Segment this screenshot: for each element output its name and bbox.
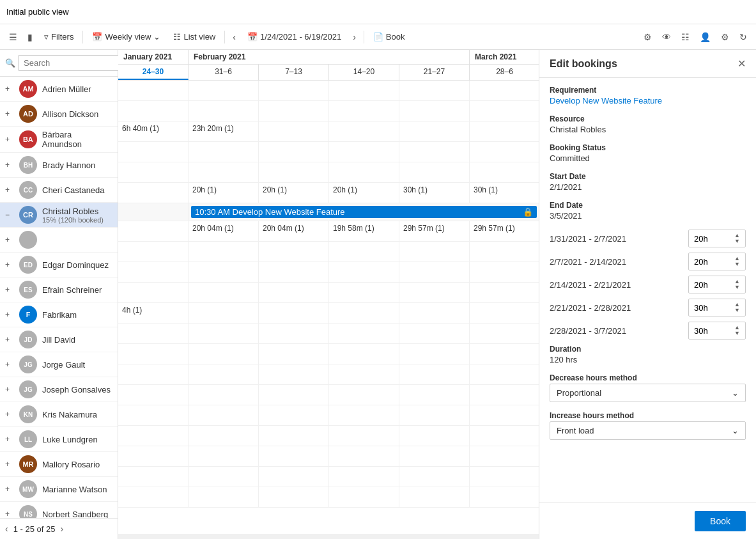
requirement-value[interactable]: Develop New Website Feature bbox=[550, 96, 746, 105]
avatar: BH bbox=[19, 156, 37, 174]
list-item[interactable]: +JGJorge Gault bbox=[0, 352, 118, 377]
next-button[interactable]: › bbox=[349, 29, 360, 45]
week-cell[interactable]: 7–13 bbox=[259, 65, 329, 80]
avatar: LL bbox=[19, 430, 37, 448]
increase-value: Front load bbox=[557, 426, 594, 435]
calendar-row bbox=[118, 101, 539, 121]
person-icon[interactable]: 👤 bbox=[696, 29, 714, 45]
week-cell[interactable]: 24–30 bbox=[118, 65, 189, 80]
decrease-dropdown[interactable]: Proportional ⌄ bbox=[550, 384, 746, 402]
prev-button[interactable]: ‹ bbox=[229, 29, 240, 45]
week-cell[interactable]: 31–6 bbox=[189, 65, 259, 80]
list-item[interactable]: +JGJoseph Gonsalves bbox=[0, 377, 118, 402]
resource-name: Bárbara Amundson bbox=[42, 130, 112, 149]
hour-input[interactable]: 20h▲▼ bbox=[688, 253, 746, 270]
list-item[interactable]: +CCCheri Castaneda bbox=[0, 178, 118, 203]
month-cell: March 2021 bbox=[470, 50, 539, 64]
avatar: AM bbox=[19, 80, 37, 98]
cal-cell bbox=[189, 142, 259, 162]
cal-cell: 30h (1) bbox=[399, 183, 470, 203]
filters-button[interactable]: ▿ Filters bbox=[39, 29, 79, 44]
end-date-field: End Date 3/5/2021 bbox=[550, 201, 746, 221]
cal-cell bbox=[259, 487, 329, 507]
list-item[interactable]: +MWMarianne Watson bbox=[0, 477, 118, 502]
cal-cell bbox=[470, 262, 539, 282]
hour-down-button[interactable]: ▼ bbox=[734, 238, 740, 244]
prev-page-button[interactable]: ‹ bbox=[5, 524, 8, 534]
list-item[interactable]: + bbox=[0, 228, 118, 253]
cal-cell bbox=[399, 405, 470, 425]
calendar-row: 4h (1) bbox=[118, 303, 539, 324]
start-date-label: Start Date bbox=[550, 172, 746, 181]
expand-icon: + bbox=[5, 260, 14, 269]
hour-down-button[interactable]: ▼ bbox=[734, 308, 740, 313]
calendar-scrollbar[interactable] bbox=[118, 534, 539, 539]
week-cell[interactable]: 21–27 bbox=[399, 65, 470, 80]
list-item[interactable]: +AMAdrien Müller bbox=[0, 77, 118, 102]
list-item[interactable]: +LLLuke Lundgren bbox=[0, 427, 118, 452]
avatar bbox=[19, 231, 37, 249]
cal-cell bbox=[470, 344, 539, 364]
book-toolbar-button[interactable]: 📄 Book bbox=[368, 29, 410, 44]
date-range-button[interactable]: 📅 1/24/2021 - 6/19/2021 bbox=[242, 29, 346, 44]
list-item[interactable]: +EDEdgar Dominquez bbox=[0, 253, 118, 277]
week-cell[interactable]: 28–6 bbox=[470, 65, 539, 80]
weekly-view-button[interactable]: 📅 Weekly view ⌄ bbox=[87, 29, 166, 44]
hour-input[interactable]: 20h▲▼ bbox=[688, 276, 746, 293]
cal-cell bbox=[259, 324, 329, 343]
hour-input[interactable]: 30h▲▼ bbox=[688, 299, 746, 316]
increase-dropdown[interactable]: Front load ⌄ bbox=[550, 421, 746, 440]
pagination: ‹ 1 - 25 of 25 › bbox=[0, 518, 118, 539]
list-item[interactable]: +KNKris Nakamura bbox=[0, 402, 118, 427]
cal-cell: 20h (1) bbox=[259, 183, 329, 203]
list-item[interactable]: +NSNorbert Sandberg bbox=[0, 502, 118, 518]
hour-spinners: ▲▼ bbox=[734, 302, 740, 313]
cal-cell bbox=[470, 242, 539, 262]
expand-icon: − bbox=[5, 210, 14, 219]
cal-cell bbox=[189, 262, 259, 282]
expand-icon[interactable]: ☰ bbox=[5, 29, 21, 45]
gear-icon[interactable]: ⚙ bbox=[717, 29, 733, 45]
list-item[interactable]: −CRChristal Robles15% (120h booked) bbox=[0, 203, 118, 228]
resource-name: Efrain Schreiner bbox=[42, 285, 102, 295]
cal-cell bbox=[470, 303, 539, 323]
booking-bar-cell[interactable]: 10:30 AM Develop New Website Feature🔒 bbox=[189, 203, 539, 221]
resource-name: Norbert Sandberg bbox=[42, 510, 108, 519]
list-item[interactable]: +BHBrady Hannon bbox=[0, 153, 118, 178]
hour-down-button[interactable]: ▼ bbox=[734, 262, 740, 267]
list-item[interactable]: +FFabrikam bbox=[0, 302, 118, 327]
hour-down-button[interactable]: ▼ bbox=[734, 331, 740, 336]
list-item[interactable]: +JDJill David bbox=[0, 327, 118, 352]
settings-icon[interactable]: ⚙ bbox=[640, 29, 656, 45]
columns-icon[interactable]: ☷ bbox=[677, 29, 693, 45]
hour-input[interactable]: 30h▲▼ bbox=[688, 322, 746, 340]
booking-bar-label: 10:30 AM Develop New Website Feature bbox=[195, 207, 345, 217]
next-page-button[interactable]: › bbox=[60, 524, 63, 534]
list-item[interactable]: +BABárbara Amundson bbox=[0, 127, 118, 153]
cal-cell bbox=[399, 426, 470, 446]
divider1 bbox=[82, 31, 83, 43]
booking-bar[interactable]: 10:30 AM Develop New Website Feature🔒 bbox=[191, 206, 537, 218]
list-item[interactable]: +ESEfrain Schreiner bbox=[0, 277, 118, 302]
collapse-icon[interactable]: ▮ bbox=[24, 29, 36, 45]
list-item[interactable]: +ADAllison Dickson bbox=[0, 102, 118, 127]
hour-spinners: ▲▼ bbox=[734, 279, 740, 290]
close-button[interactable]: ✕ bbox=[737, 58, 746, 70]
hour-value: 20h bbox=[694, 280, 708, 290]
cal-cell bbox=[259, 426, 329, 446]
book-button[interactable]: Book bbox=[695, 511, 746, 531]
hour-input[interactable]: 20h▲▼ bbox=[688, 230, 746, 247]
list-view-button[interactable]: ☷ List view bbox=[168, 29, 220, 44]
list-item[interactable]: +MRMallory Rosario bbox=[0, 452, 118, 477]
eye-icon[interactable]: 👁 bbox=[658, 29, 675, 45]
refresh-icon[interactable]: ↻ bbox=[736, 29, 751, 45]
resource-sub: 15% (120h booked) bbox=[42, 216, 104, 224]
cal-cell bbox=[259, 303, 329, 323]
week-cell[interactable]: 14–20 bbox=[329, 65, 399, 80]
calendar-row bbox=[118, 324, 539, 344]
cal-cell bbox=[470, 162, 539, 182]
hour-spinners: ▲▼ bbox=[734, 325, 740, 336]
cal-cell bbox=[470, 324, 539, 343]
cal-cell bbox=[399, 324, 470, 343]
hour-down-button[interactable]: ▼ bbox=[734, 285, 740, 290]
